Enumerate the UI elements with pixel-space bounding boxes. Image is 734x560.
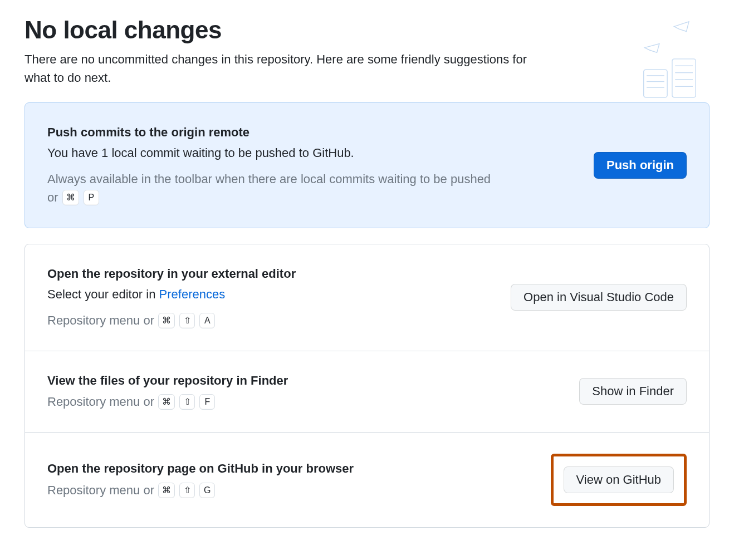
shift-key-icon: ⇧ xyxy=(179,394,195,410)
shift-key-icon: ⇧ xyxy=(179,483,195,498)
page-title: No local changes xyxy=(25,17,709,43)
push-origin-title: Push commits to the origin remote xyxy=(47,124,580,141)
push-origin-hint-text: Always available in the toolbar when the… xyxy=(47,172,491,204)
open-in-editor-button[interactable]: Open in Visual Studio Code xyxy=(511,284,687,311)
shift-key-icon: ⇧ xyxy=(179,313,195,328)
view-github-hint-text: Repository menu or xyxy=(47,483,158,497)
cmd-key-icon: ⌘ xyxy=(158,394,175,410)
view-on-github-button[interactable]: View on GitHub xyxy=(564,466,674,493)
page-subtitle: There are no uncommitted changes in this… xyxy=(25,50,554,87)
svg-rect-0 xyxy=(644,70,667,97)
show-finder-hint-text: Repository menu or xyxy=(47,395,158,409)
cmd-key-icon: ⌘ xyxy=(158,483,175,498)
push-origin-button[interactable]: Push origin xyxy=(594,152,687,179)
secondary-suggestions-card: Open the repository in your external edi… xyxy=(25,244,709,528)
highlight-frame: View on GitHub xyxy=(551,454,687,506)
show-finder-title: View the files of your repository in Fin… xyxy=(47,372,566,390)
suggestion-cards: Push commits to the origin remote You ha… xyxy=(25,102,709,528)
push-origin-row: Push commits to the origin remote You ha… xyxy=(25,103,709,228)
push-origin-hint: Always available in the toolbar when the… xyxy=(47,170,493,207)
open-editor-hint: Repository menu or ⌘ ⇧ A xyxy=(47,311,497,330)
svg-rect-4 xyxy=(672,59,696,97)
open-editor-description: Select your editor in Preferences xyxy=(47,286,497,303)
show-finder-row: View the files of your repository in Fin… xyxy=(25,351,709,433)
push-origin-description: You have 1 local commit waiting to be pu… xyxy=(47,145,580,162)
push-origin-card: Push commits to the origin remote You ha… xyxy=(25,102,709,228)
preferences-link[interactable]: Preferences xyxy=(159,287,226,301)
f-key-icon: F xyxy=(199,394,215,410)
open-editor-hint-text: Repository menu or xyxy=(47,313,158,327)
cmd-key-icon: ⌘ xyxy=(158,313,175,328)
cmd-key-icon: ⌘ xyxy=(62,190,79,205)
open-editor-desc-prefix: Select your editor in xyxy=(47,287,159,301)
show-in-finder-button[interactable]: Show in Finder xyxy=(579,378,687,405)
g-key-icon: G xyxy=(199,483,215,498)
open-editor-title: Open the repository in your external edi… xyxy=(47,266,497,283)
a-key-icon: A xyxy=(199,313,215,328)
show-finder-hint: Repository menu or ⌘ ⇧ F xyxy=(47,392,566,411)
view-github-title: Open the repository page on GitHub in yo… xyxy=(47,460,537,478)
p-key-icon: P xyxy=(84,190,99,205)
view-github-row: Open the repository page on GitHub in yo… xyxy=(25,432,709,527)
open-editor-row: Open the repository in your external edi… xyxy=(25,244,709,351)
header: No local changes There are no uncommitte… xyxy=(25,17,709,87)
view-github-hint: Repository menu or ⌘ ⇧ G xyxy=(47,481,537,499)
